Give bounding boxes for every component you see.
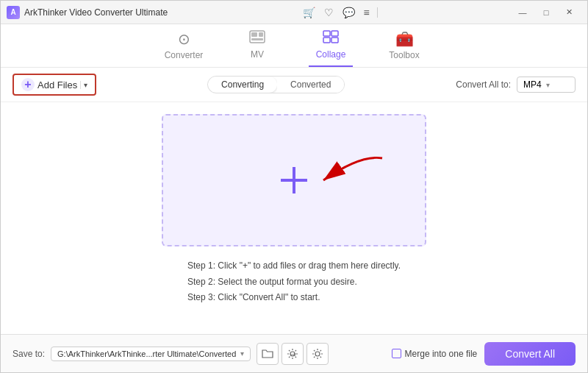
title-bar-icons: 🛒 ♡ 💬 ≡	[300, 7, 379, 18]
svg-rect-1	[251, 32, 257, 37]
tab-switcher: Converting Converted	[207, 76, 345, 93]
bottom-right: Merge into one file Convert All	[392, 342, 576, 366]
chat-icon[interactable]: 💬	[340, 7, 358, 18]
tab-mv-label: MV	[251, 49, 264, 60]
settings2-icon-button[interactable]	[306, 343, 329, 365]
mv-icon	[249, 30, 265, 47]
heart-icon[interactable]: ♡	[321, 7, 337, 18]
svg-text:off: off	[291, 352, 296, 357]
bottom-left: Save to: G:\ArkThinker\ArkThinke...rter …	[12, 343, 329, 365]
format-select[interactable]: MP4 ▾	[517, 77, 576, 93]
app-logo: A	[7, 6, 20, 19]
app-title: ArkThinker Video Converter Ultimate	[24, 7, 168, 18]
plus-icon: +	[21, 78, 35, 91]
format-value: MP4	[523, 79, 542, 90]
nav-tabs: ⊙ Converter MV Collage 🧰 Toolbox	[1, 24, 587, 68]
converter-icon: ⊙	[178, 30, 190, 48]
divider	[377, 7, 378, 18]
svg-rect-6	[323, 38, 330, 43]
save-to-label: Save to:	[12, 349, 45, 359]
collage-icon	[323, 30, 339, 47]
merge-checkbox-input[interactable]	[392, 349, 401, 358]
svg-rect-7	[331, 38, 338, 43]
tab-collage-label: Collage	[316, 49, 346, 60]
converting-tab[interactable]: Converting	[208, 77, 277, 93]
svg-point-11	[315, 352, 320, 356]
cart-icon[interactable]: 🛒	[300, 7, 318, 18]
tab-mv[interactable]: MV	[235, 30, 279, 67]
svg-rect-4	[323, 31, 330, 36]
main-content: Step 1: Click "+" to add files or drag t…	[1, 102, 587, 334]
title-bar-left: A ArkThinker Video Converter Ultimate	[7, 6, 168, 19]
bottom-bar: Save to: G:\ArkThinker\ArkThinke...rter …	[1, 334, 587, 372]
save-path-input[interactable]: G:\ArkThinker\ArkThinke...rter Ultimate\…	[51, 347, 251, 361]
path-dropdown-arrow: ▾	[240, 349, 244, 358]
add-files-label: Add Files	[37, 79, 77, 90]
toolbar: + Add Files ▾ Converting Converted Conve…	[1, 68, 587, 102]
svg-rect-5	[331, 31, 338, 36]
instructions: Step 1: Click "+" to add files or drag t…	[187, 258, 401, 306]
step3-text: Step 3: Click "Convert All" to start.	[187, 290, 401, 306]
format-dropdown-arrow: ▾	[546, 81, 550, 89]
tab-converter[interactable]: ⊙ Converter	[162, 30, 206, 67]
tab-toolbox-label: Toolbox	[389, 50, 419, 60]
path-value: G:\ArkThinker\ArkThinke...rter Ultimate\…	[57, 349, 236, 358]
merge-label: Merge into one file	[405, 349, 478, 359]
title-bar: A ArkThinker Video Converter Ultimate 🛒 …	[1, 1, 587, 24]
tab-toolbox[interactable]: 🧰 Toolbox	[382, 30, 426, 67]
menu-icon[interactable]: ≡	[361, 7, 373, 18]
merge-checkbox-label[interactable]: Merge into one file	[392, 349, 478, 359]
tab-collage[interactable]: Collage	[309, 30, 353, 67]
convert-all-to-label: Convert All to:	[456, 79, 511, 90]
tab-converter-label: Converter	[165, 50, 204, 60]
step1-text: Step 1: Click "+" to add files or drag t…	[187, 258, 401, 274]
converted-tab[interactable]: Converted	[277, 77, 344, 93]
toolbar-right: Convert All to: MP4 ▾	[456, 77, 576, 93]
close-button[interactable]: ✕	[558, 4, 581, 21]
svg-rect-2	[259, 32, 263, 37]
toolbar-left: + Add Files ▾	[12, 74, 96, 96]
add-files-button[interactable]: + Add Files ▾	[12, 74, 96, 96]
maximize-button[interactable]: □	[534, 4, 558, 21]
title-bar-controls: — □ ✕	[511, 4, 581, 21]
svg-rect-3	[251, 38, 263, 40]
toolbox-icon: 🧰	[395, 30, 414, 48]
convert-all-button[interactable]: Convert All	[484, 342, 576, 366]
settings1-icon-button[interactable]: off	[282, 343, 304, 365]
step2-text: Step 2: Select the output format you des…	[187, 274, 401, 291]
arrow-indicator	[301, 151, 390, 198]
folder-icon-button[interactable]	[257, 343, 279, 365]
add-files-dropdown-arrow[interactable]: ▾	[80, 81, 87, 89]
minimize-button[interactable]: —	[511, 4, 534, 21]
bottom-icons: off	[257, 343, 329, 365]
drop-zone[interactable]	[162, 114, 426, 246]
